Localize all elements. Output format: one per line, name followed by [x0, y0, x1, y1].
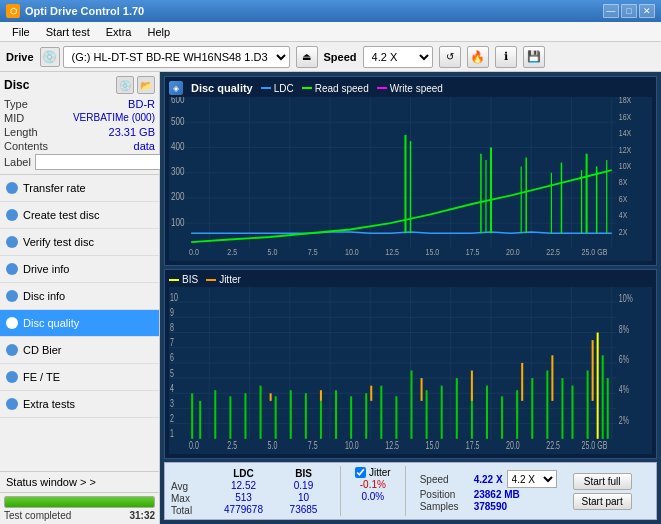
svg-rect-114	[350, 396, 352, 439]
jitter-checkbox[interactable]	[355, 467, 366, 478]
speed-label: Speed	[324, 51, 357, 63]
svg-rect-121	[456, 378, 458, 439]
svg-text:12X: 12X	[619, 145, 632, 155]
quality-chart-svg: 600 500 400 300 200 100 18X 16X 14X 12X …	[169, 97, 652, 261]
sidebar-item-disc-quality[interactable]: Disc quality	[0, 310, 159, 337]
avg-ldc: 12.52	[216, 480, 271, 491]
maximize-button[interactable]: □	[621, 4, 637, 18]
total-bis: 73685	[281, 504, 326, 515]
svg-rect-133	[607, 378, 609, 439]
burn-button[interactable]: 🔥	[467, 46, 489, 68]
position-value: 23862 MB	[474, 489, 520, 500]
nav-items: Transfer rate Create test disc Verify te…	[0, 175, 159, 471]
svg-rect-140	[551, 355, 553, 401]
refresh-button[interactable]: ↺	[439, 46, 461, 68]
svg-rect-111	[305, 393, 307, 439]
read-legend-dot	[302, 87, 312, 89]
speed-value: 4.22 X	[474, 474, 503, 485]
menu-file[interactable]: File	[4, 24, 38, 40]
verify-test-disc-icon	[6, 236, 18, 248]
stats-divider-1	[340, 466, 341, 516]
svg-text:2X: 2X	[619, 227, 628, 237]
jitter-checkbox-label: Jitter	[369, 467, 391, 478]
disc-section-title: Disc	[4, 78, 29, 92]
sidebar-item-drive-info[interactable]: Drive info	[0, 256, 159, 283]
svg-rect-138	[471, 371, 473, 401]
disc-contents-label: Contents	[4, 140, 48, 152]
svg-rect-126	[531, 378, 533, 439]
svg-text:400: 400	[171, 141, 184, 152]
max-ldc: 513	[216, 492, 271, 503]
disc-icon-btn[interactable]: 💿	[116, 76, 134, 94]
save-button[interactable]: 💾	[523, 46, 545, 68]
disc-panel: Disc 💿 📂 Type BD-R MID VERBATIMe (000) L…	[0, 72, 159, 175]
position-label: Position	[420, 489, 470, 500]
disc-contents-value: data	[134, 140, 155, 152]
sidebar-item-verify-test-disc[interactable]: Verify test disc	[0, 229, 159, 256]
eject-button[interactable]: ⏏	[296, 46, 318, 68]
drive-selector[interactable]: (G:) HL-DT-ST BD-RE WH16NS48 1.D3	[63, 46, 290, 68]
sidebar-item-extra-tests[interactable]: Extra tests	[0, 391, 159, 418]
total-ldc: 4779678	[216, 504, 271, 515]
menu-extra[interactable]: Extra	[98, 24, 140, 40]
disc-length-value: 23.31 GB	[109, 126, 155, 138]
sidebar-item-transfer-rate[interactable]: Transfer rate	[0, 175, 159, 202]
disc-label-input[interactable]	[35, 154, 164, 170]
svg-text:0.0: 0.0	[189, 440, 199, 452]
main-layout: Disc 💿 📂 Type BD-R MID VERBATIMe (000) L…	[0, 72, 661, 524]
svg-rect-136	[370, 386, 372, 401]
status-window-button[interactable]: Status window > >	[0, 472, 159, 493]
disc-info-icon	[6, 290, 18, 302]
chart-panel-icon: ◈	[169, 81, 183, 95]
sidebar-item-fe-te[interactable]: FE / TE	[0, 364, 159, 391]
progress-bar-outer	[4, 496, 155, 508]
start-part-button[interactable]: Start part	[573, 493, 632, 510]
svg-rect-118	[411, 371, 413, 439]
sidebar-item-create-test-disc[interactable]: Create test disc	[0, 202, 159, 229]
disc-type-label: Type	[4, 98, 28, 110]
create-test-disc-icon	[6, 209, 18, 221]
status-window-label: Status window > >	[6, 476, 96, 488]
app-title: Opti Drive Control 1.70	[25, 5, 144, 17]
svg-text:5.0: 5.0	[268, 247, 278, 257]
disc-label-label: Label	[4, 156, 31, 168]
disc-open-btn[interactable]: 📂	[137, 76, 155, 94]
ldc-legend-label: LDC	[274, 83, 294, 94]
svg-text:2.5: 2.5	[227, 440, 237, 452]
menu-help[interactable]: Help	[139, 24, 178, 40]
avg-bis: 0.19	[281, 480, 326, 491]
start-full-button[interactable]: Start full	[573, 473, 632, 490]
window-controls: — □ ✕	[603, 4, 655, 18]
bis-chart-svg: 10 9 8 7 6 5 4 3 2 1 10% 8% 6% 4% 2%	[169, 287, 652, 454]
info-button[interactable]: ℹ	[495, 46, 517, 68]
minimize-button[interactable]: —	[603, 4, 619, 18]
drive-label: Drive	[6, 51, 34, 63]
speed-position-section: Speed 4.22 X 4.2 X Position 23862 MB Sam…	[420, 470, 557, 512]
speed-selector[interactable]: 4.2 X	[363, 46, 433, 68]
sidebar-item-disc-info[interactable]: Disc info	[0, 283, 159, 310]
svg-text:5: 5	[170, 367, 174, 379]
svg-text:15.0: 15.0	[426, 247, 440, 257]
max-label: Max	[171, 493, 206, 504]
svg-text:9: 9	[170, 306, 174, 318]
svg-text:10: 10	[170, 291, 178, 303]
svg-text:6%: 6%	[619, 353, 629, 365]
svg-text:8%: 8%	[619, 323, 629, 335]
svg-text:2.5: 2.5	[227, 247, 237, 257]
close-button[interactable]: ✕	[639, 4, 655, 18]
sidebar-item-cd-bier[interactable]: CD Bier	[0, 337, 159, 364]
cd-bier-icon	[6, 344, 18, 356]
samples-value: 378590	[474, 501, 507, 512]
app-icon: ⬡	[6, 4, 20, 18]
bis-legend-dot	[169, 279, 179, 281]
quality-chart-container: 600 500 400 300 200 100 18X 16X 14X 12X …	[169, 97, 652, 261]
bis-chart-panel: BIS Jitter	[164, 269, 657, 459]
stats-bis-header: BIS	[281, 468, 326, 479]
svg-text:22.5: 22.5	[546, 247, 560, 257]
speed-dropdown[interactable]: 4.2 X	[507, 470, 557, 488]
transfer-rate-icon	[6, 182, 18, 194]
avg-jitter: -0.1%	[355, 479, 391, 490]
svg-rect-127	[546, 371, 548, 439]
menu-start-test[interactable]: Start test	[38, 24, 98, 40]
bis-legend-label: BIS	[182, 274, 198, 285]
